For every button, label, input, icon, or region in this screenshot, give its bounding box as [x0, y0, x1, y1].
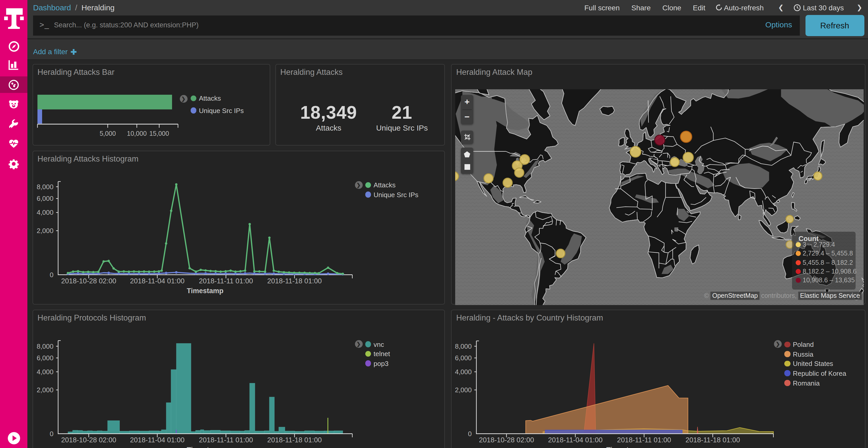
svg-text:4,000: 4,000 [455, 368, 472, 376]
svg-text:6,000: 6,000 [455, 354, 472, 362]
svg-text:5,000: 5,000 [99, 130, 116, 137]
svg-text:0: 0 [468, 430, 472, 438]
svg-text:2,000: 2,000 [36, 386, 53, 394]
svg-text:Timestamp: Timestamp [187, 446, 223, 448]
svg-text:2018-11-11 01:00: 2018-11-11 01:00 [199, 277, 253, 285]
svg-text:8,000: 8,000 [36, 183, 53, 191]
svg-text:10,000: 10,000 [127, 130, 146, 137]
svg-text:0: 0 [50, 430, 53, 438]
svg-text:2018-10-28 02:00: 2018-10-28 02:00 [61, 436, 116, 444]
svg-text:0: 0 [50, 271, 53, 279]
svg-text:2,000: 2,000 [455, 386, 472, 394]
svg-text:8,000: 8,000 [455, 342, 472, 350]
svg-text:2018-11-04 01:00: 2018-11-04 01:00 [130, 277, 184, 285]
svg-text:2018-10-28 02:00: 2018-10-28 02:00 [479, 436, 534, 444]
svg-text:2018-11-18 01:00: 2018-11-18 01:00 [685, 436, 740, 444]
svg-text:2,000: 2,000 [36, 227, 53, 235]
svg-text:Timestamp: Timestamp [606, 446, 643, 448]
svg-text:6,000: 6,000 [36, 195, 53, 202]
svg-text:2018-11-11 01:00: 2018-11-11 01:00 [199, 436, 253, 444]
svg-text:8,000: 8,000 [36, 342, 53, 350]
svg-text:4,000: 4,000 [36, 208, 53, 216]
svg-text:2018-11-04 01:00: 2018-11-04 01:00 [548, 436, 602, 444]
svg-text:2018-11-04 01:00: 2018-11-04 01:00 [130, 436, 184, 444]
svg-text:15,000: 15,000 [149, 130, 169, 137]
svg-text:2018-10-28 02:00: 2018-10-28 02:00 [61, 277, 116, 285]
svg-text:4,000: 4,000 [36, 368, 53, 376]
svg-text:6,000: 6,000 [36, 354, 53, 362]
svg-text:2018-11-11 01:00: 2018-11-11 01:00 [617, 436, 671, 444]
svg-text:2018-11-18 01:00: 2018-11-18 01:00 [267, 436, 321, 444]
svg-text:Timestamp: Timestamp [187, 287, 223, 295]
svg-text:2018-11-18 01:00: 2018-11-18 01:00 [267, 277, 321, 285]
